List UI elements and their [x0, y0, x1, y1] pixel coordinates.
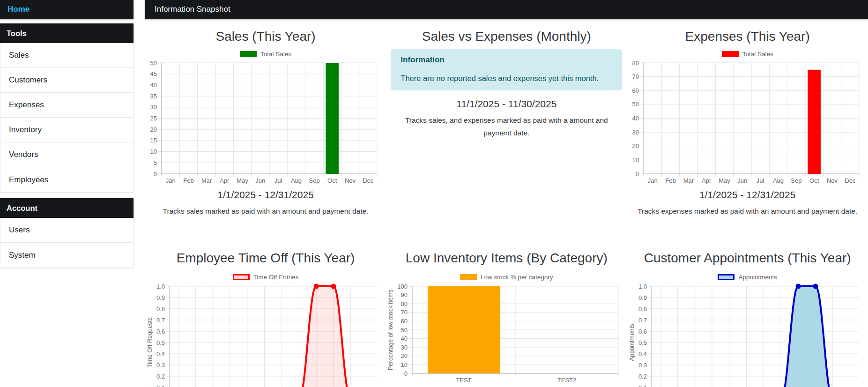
svg-text:100: 100 [398, 283, 408, 290]
svg-text:80: 80 [401, 300, 408, 307]
sidebar-item-home[interactable]: Home [7, 5, 30, 14]
svg-text:60: 60 [401, 318, 408, 325]
svg-text:Aug: Aug [773, 177, 784, 184]
sidebar-item-users[interactable]: Users [0, 218, 133, 243]
sales-date-range: 1/1/2025 - 12/31/2025 [145, 189, 386, 201]
main-content: Information Snapshot Sales (This Year) T… [134, 0, 868, 387]
svg-text:70: 70 [632, 73, 638, 80]
svg-text:Time Off Requests: Time Off Requests [146, 317, 153, 368]
time-off-legend-swatch [233, 274, 250, 280]
svg-text:Jun: Jun [737, 177, 747, 184]
sidebar-item-customers[interactable]: Customers [0, 68, 133, 93]
svg-text:May: May [237, 177, 248, 184]
svg-text:Mar: Mar [201, 177, 212, 184]
sales-vs-expenses-panel: Sales vs Expenses (Monthly) Information … [386, 28, 627, 241]
svg-text:50: 50 [401, 327, 408, 334]
svg-text:Aug: Aug [291, 177, 302, 184]
svg-text:Feb: Feb [665, 177, 675, 184]
sidebar-item-system[interactable]: System [0, 243, 133, 268]
time-off-panel: Employee Time Off (This Year) Time Off E… [145, 250, 386, 387]
svg-text:Nov: Nov [827, 177, 838, 184]
total-sales-legend-label: Total Sales [260, 51, 291, 58]
svg-text:Percentage of low stock items: Percentage of low stock items [387, 289, 394, 370]
svg-text:Apr: Apr [220, 177, 230, 184]
svg-text:70: 70 [401, 309, 408, 316]
svg-text:50: 50 [632, 101, 638, 108]
svg-text:0: 0 [635, 171, 638, 178]
appointments-panel: Customer Appointments (This Year) Appoin… [627, 250, 868, 387]
dashboard-app: Home Tools Sales Customers Expenses Inve… [0, 0, 868, 387]
svg-text:0.9: 0.9 [156, 294, 165, 301]
svg-text:40: 40 [401, 335, 408, 342]
svg-text:Mar: Mar [683, 177, 694, 184]
expenses-date-range: 1/1/2025 - 12/31/2025 [627, 189, 868, 201]
svg-text:Apr: Apr [702, 177, 712, 184]
appointments-legend-label: Appointments [738, 274, 777, 281]
svg-text:20: 20 [401, 352, 408, 359]
low-inventory-chart-canvas: 0102030405060708090100TESTTEST2Percentag… [386, 283, 627, 387]
sidebar-section-tools: Tools [0, 23, 134, 43]
svg-text:20: 20 [150, 126, 157, 133]
svg-text:1.0: 1.0 [156, 283, 165, 290]
appointments-legend-swatch [718, 274, 734, 280]
sidebar-item-employees[interactable]: Employees [0, 167, 133, 192]
svg-text:Jul: Jul [757, 177, 764, 184]
svg-text:0.2: 0.2 [638, 373, 647, 380]
svg-text:0.8: 0.8 [156, 305, 165, 313]
sidebar-item-inventory[interactable]: Inventory [0, 118, 133, 142]
svg-text:0: 0 [404, 370, 408, 377]
expenses-chart-title: Expenses (This Year) [627, 28, 868, 45]
time-off-chart-title: Employee Time Off (This Year) [145, 250, 386, 267]
svg-text:10: 10 [150, 148, 157, 155]
svg-text:50: 50 [150, 60, 157, 67]
sales-chart-title: Sales (This Year) [145, 28, 386, 45]
svg-text:Oct: Oct [809, 177, 819, 184]
sales-year-panel: Sales (This Year) Total Sales 0510152025… [145, 28, 386, 241]
svg-text:Jan: Jan [166, 177, 176, 184]
info-alert: Information There are no reported sales … [391, 49, 622, 90]
svg-text:0.4: 0.4 [638, 350, 647, 357]
svg-text:0.8: 0.8 [638, 305, 647, 313]
svg-text:0.1: 0.1 [638, 384, 647, 387]
svg-text:Dec: Dec [845, 177, 856, 184]
info-alert-divider [401, 69, 612, 69]
info-alert-message: There are no reported sales and expenses… [401, 74, 612, 83]
svg-text:0.9: 0.9 [638, 294, 647, 301]
svg-text:Appointments: Appointments [628, 324, 635, 361]
sidebar-item-vendors[interactable]: Vendors [0, 142, 133, 167]
tools-menu: Sales Customers Expenses Inventory Vendo… [0, 43, 134, 193]
svg-text:0.3: 0.3 [638, 362, 647, 369]
sidebar-item-expenses[interactable]: Expenses [0, 93, 133, 118]
svg-text:Dec: Dec [363, 177, 374, 184]
svg-text:Sep: Sep [791, 177, 801, 184]
svg-text:90: 90 [401, 291, 408, 298]
svg-text:20: 20 [632, 142, 638, 149]
sales-chart-description: Tracks sales marked as paid with an amou… [153, 205, 378, 217]
svg-text:0.4: 0.4 [156, 350, 165, 357]
expenses-chart-legend: Total Sales [627, 50, 868, 58]
charts-grid: Sales (This Year) Total Sales 0510152025… [145, 28, 868, 387]
svg-text:45: 45 [150, 70, 157, 77]
charts-column-2: Sales vs Expenses (Monthly) Information … [386, 28, 627, 387]
svg-text:0.6: 0.6 [156, 328, 165, 335]
svg-text:Feb: Feb [183, 177, 193, 184]
charts-column-3: Expenses (This Year) Total Sales 0102030… [627, 28, 868, 387]
appointments-chart-title: Customer Appointments (This Year) [627, 250, 868, 267]
svg-text:0: 0 [154, 171, 157, 178]
expenses-year-panel: Expenses (This Year) Total Sales 0102030… [627, 28, 868, 241]
svg-text:80: 80 [632, 60, 638, 67]
low-inventory-legend: Low stock % per category [386, 273, 627, 281]
sales-vs-expenses-description: Tracks sales, and expenses marked as pai… [394, 114, 619, 139]
sales-vs-expenses-title: Sales vs Expenses (Monthly) [386, 28, 627, 45]
svg-text:0.1: 0.1 [156, 384, 165, 387]
svg-text:0.3: 0.3 [156, 362, 165, 369]
low-inventory-chart-title: Low Inventory Items (By Category) [386, 250, 627, 267]
svg-text:1.0: 1.0 [638, 283, 647, 290]
low-inventory-legend-label: Low stock % per category [481, 274, 553, 281]
svg-text:Jun: Jun [255, 177, 265, 184]
home-navbar: Home [0, 0, 134, 19]
sidebar-item-sales[interactable]: Sales [0, 43, 133, 68]
time-off-legend-label: Time Off Entries [253, 274, 299, 281]
sidebar: Home Tools Sales Customers Expenses Inve… [0, 0, 134, 268]
svg-text:40: 40 [632, 115, 638, 122]
